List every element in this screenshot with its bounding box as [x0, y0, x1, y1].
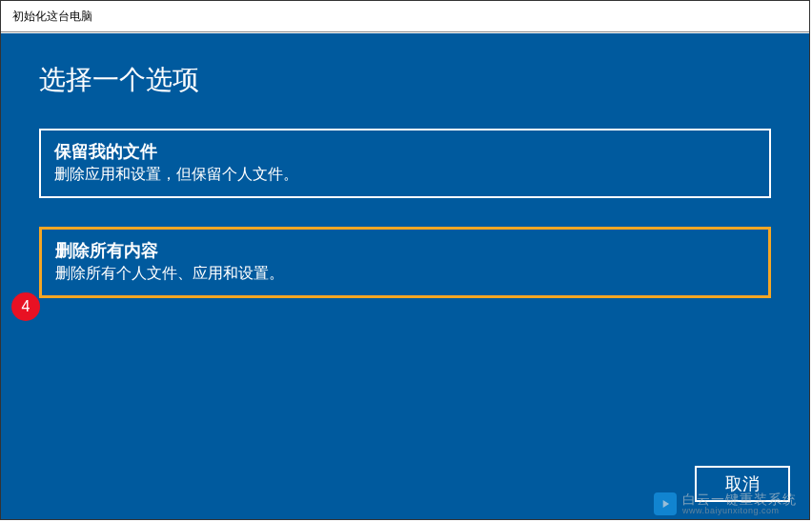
watermark-main-text: 白云一键重装系统: [682, 492, 797, 507]
option-keep-files-description: 删除应用和设置，但保留个人文件。: [54, 165, 756, 185]
window-title: 初始化这台电脑: [12, 9, 92, 25]
dialog-content: 选择一个选项 保留我的文件 删除应用和设置，但保留个人文件。 删除所有内容 删除…: [1, 33, 809, 519]
watermark-logo-icon: [654, 492, 677, 515]
option-remove-everything-title: 删除所有内容: [55, 239, 755, 262]
option-remove-everything-description: 删除所有个人文件、应用和设置。: [55, 264, 755, 284]
watermark-text: 白云一键重装系统 www.baiyunxitong.com: [682, 492, 797, 516]
step-number-badge: 4: [11, 292, 40, 321]
option-keep-files-title: 保留我的文件: [54, 140, 756, 163]
option-keep-files[interactable]: 保留我的文件 删除应用和设置，但保留个人文件。: [39, 129, 771, 198]
reset-pc-dialog: 初始化这台电脑 选择一个选项 保留我的文件 删除应用和设置，但保留个人文件。 删…: [0, 0, 810, 520]
watermark-sub-text: www.baiyunxitong.com: [682, 507, 797, 516]
titlebar: 初始化这台电脑: [1, 1, 809, 32]
option-remove-everything[interactable]: 删除所有内容 删除所有个人文件、应用和设置。: [39, 227, 771, 298]
page-heading: 选择一个选项: [39, 62, 771, 98]
watermark: 白云一键重装系统 www.baiyunxitong.com: [654, 492, 797, 516]
